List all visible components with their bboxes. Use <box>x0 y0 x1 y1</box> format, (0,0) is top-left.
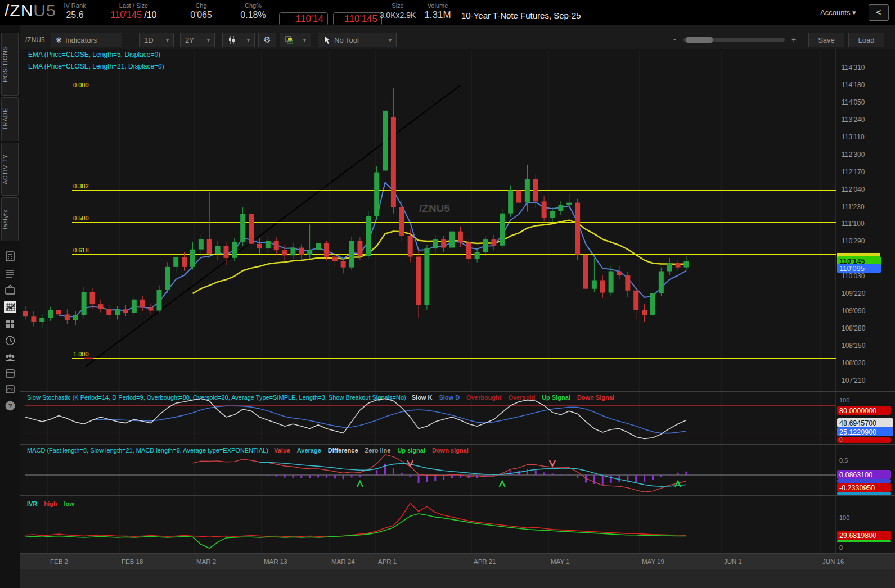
ask-button[interactable]: 110'145 <box>333 12 382 26</box>
svg-text:1.000: 1.000 <box>73 351 89 358</box>
svg-text:Value: Value <box>274 447 290 454</box>
grid-apps-icon[interactable] <box>4 318 16 330</box>
svg-text:Average: Average <box>297 447 321 454</box>
iv-rank-field: IV Rank 25.6 <box>55 2 95 21</box>
ask-field: Ask (Buy) 110'145 <box>333 2 382 26</box>
chg-field: Chg 0'065 <box>177 2 225 21</box>
chart-toolbar: /ZNU5 ❋ Indicators 1D ▾ 2Y ▾ ▾ ⚙ ▾ No To… <box>20 25 895 50</box>
svg-text:low: low <box>64 500 75 507</box>
svg-text:111'230: 111'230 <box>842 203 865 211</box>
svg-text:109'220: 109'220 <box>842 290 866 297</box>
svg-text:0.000: 0.000 <box>73 82 89 88</box>
iv-rank-label: IV Rank <box>55 2 95 10</box>
svg-text:0.5: 0.5 <box>839 457 848 464</box>
svg-text:100: 100 <box>839 397 849 404</box>
load-button[interactable]: Load <box>848 33 884 47</box>
community-icon[interactable] <box>4 351 16 364</box>
sidebar-tab-trade[interactable]: TRADE <box>1 97 19 141</box>
svg-text:111'100: 111'100 <box>842 220 865 228</box>
accounts-label: Accounts <box>820 8 850 17</box>
svg-text:109'090: 109'090 <box>842 307 866 315</box>
symbol-contract: U5 <box>33 1 56 20</box>
last-size: /10 <box>144 10 156 20</box>
svg-text:MAR 24: MAR 24 <box>331 558 355 565</box>
chart-settings-button[interactable]: ⚙ <box>258 33 276 47</box>
svg-text:?: ? <box>8 402 12 409</box>
candlestick-style-icon <box>227 35 236 44</box>
chevron-down-icon: ▾ <box>207 37 210 43</box>
bottom-scrollbar-area[interactable] <box>20 569 895 588</box>
svg-text:80.0000000: 80.0000000 <box>839 407 876 415</box>
svg-text:114'310: 114'310 <box>842 64 865 71</box>
zoom-out-button[interactable]: - <box>673 35 676 44</box>
svg-text:Slow Stochastic (K Period=14,: Slow Stochastic (K Period=14, D Period=9… <box>27 394 406 401</box>
fx-platform-icon[interactable]: FX <box>4 383 16 395</box>
volume-label: Volume <box>421 2 455 10</box>
chart-style-dropdown[interactable]: ▾ <box>222 33 255 47</box>
accounts-menu[interactable]: Accounts ▾ <box>820 8 856 17</box>
svg-text:107'210: 107'210 <box>842 377 866 385</box>
chevron-down-icon: ▾ <box>303 37 306 43</box>
collapse-panel-button[interactable]: < <box>869 4 889 21</box>
svg-text:113'240: 113'240 <box>842 116 865 124</box>
zoom-in-button[interactable]: + <box>791 35 796 44</box>
indicators-button-label: Indicators <box>65 36 97 44</box>
svg-text:high: high <box>44 500 57 507</box>
drawing-tool-dropdown[interactable]: No Tool ▾ <box>318 33 397 47</box>
zoom-slider-handle[interactable] <box>686 37 713 43</box>
sidebar-tab-activity[interactable]: ACTIVITY <box>1 143 19 196</box>
toolbar-symbol[interactable]: /ZNU5 <box>25 36 45 44</box>
range-dropdown[interactable]: 2Y ▾ <box>180 33 215 47</box>
iv-rank-value: 25.6 <box>55 10 95 21</box>
svg-text:108'020: 108'020 <box>842 359 866 367</box>
save-button[interactable]: Save <box>808 33 844 47</box>
svg-text:MAR 2: MAR 2 <box>196 558 216 565</box>
svg-text:Down signal: Down signal <box>432 447 469 454</box>
ema5-study-label[interactable]: EMA (Price=CLOSE, Length=5, Displace=0) <box>28 51 160 58</box>
svg-text:0: 0 <box>839 544 843 551</box>
help-icon[interactable]: ? <box>4 400 16 412</box>
chevron-down-icon: ▾ <box>389 37 392 43</box>
svg-text:112'170: 112'170 <box>842 168 865 176</box>
svg-text:108'150: 108'150 <box>842 342 866 350</box>
indicators-button[interactable]: ❋ Indicators <box>51 33 122 47</box>
svg-text:29.6819800: 29.6819800 <box>839 532 876 540</box>
size-label: Size <box>378 2 417 10</box>
bid-button[interactable]: 110'14 <box>279 12 328 26</box>
svg-text:110'030: 110'030 <box>842 272 865 280</box>
svg-text:MAR 13: MAR 13 <box>264 558 287 565</box>
svg-text:FEB 18: FEB 18 <box>122 558 143 565</box>
svg-text:MACD (Fast length=8, Slow leng: MACD (Fast length=8, Slow length=21, MAC… <box>27 447 268 454</box>
calendar-icon[interactable] <box>4 367 16 379</box>
sidebar-tab-tastyfx[interactable]: tastyfx <box>1 197 19 241</box>
volume-value: 1.31M <box>421 10 455 21</box>
last-size-label: Last / Size <box>98 2 169 10</box>
watchlist-icon[interactable] <box>4 267 16 279</box>
symbol-root: /ZN <box>5 1 33 20</box>
drawing-set-dropdown[interactable]: ▾ <box>280 33 311 47</box>
svg-text:FX: FX <box>7 387 14 392</box>
ema21-study-label[interactable]: EMA (Price=CLOSE, Length=21, Displace=0) <box>28 62 164 70</box>
size-field: Size 3.0Kx2.9K <box>378 2 417 21</box>
chgpct-field: Chg% 0.18% <box>231 2 276 21</box>
chart-canvas[interactable]: FEB 2FEB 18MAR 2MAR 13MAR 24APR 1APR 21M… <box>20 49 895 569</box>
calculator-icon[interactable] <box>4 250 16 263</box>
quote-header: /ZNU5 IV Rank 25.6 Last / Size 110'145 /… <box>0 0 895 25</box>
contract-description: 10-Year T-Note Futures, Sep-25 <box>461 11 581 20</box>
timeframe-dropdown[interactable]: 1D ▾ <box>139 33 174 47</box>
chg-label: Chg <box>177 2 225 10</box>
svg-text:25.1220900: 25.1220900 <box>839 428 876 436</box>
svg-text:48.6945700: 48.6945700 <box>839 419 876 427</box>
charts-icon[interactable] <box>4 301 16 313</box>
last-size-field: Last / Size 110'145 /10 <box>98 2 169 21</box>
history-clock-icon[interactable] <box>4 334 16 347</box>
svg-text:/ZNU5: /ZNU5 <box>419 202 450 214</box>
drawing-tool-value: No Tool <box>334 36 359 44</box>
chevron-down-icon: ▾ <box>247 37 250 43</box>
svg-text:APR 21: APR 21 <box>474 558 496 565</box>
size-value: 3.0Kx2.9K <box>378 10 417 21</box>
trading-platform-window: { "header": { "symbol": "/ZN", "symbol_s… <box>0 0 895 588</box>
tv-icon[interactable] <box>4 284 16 296</box>
svg-text:108'280: 108'280 <box>842 324 866 332</box>
sidebar-tab-positions[interactable]: POSITIONS <box>1 33 19 96</box>
